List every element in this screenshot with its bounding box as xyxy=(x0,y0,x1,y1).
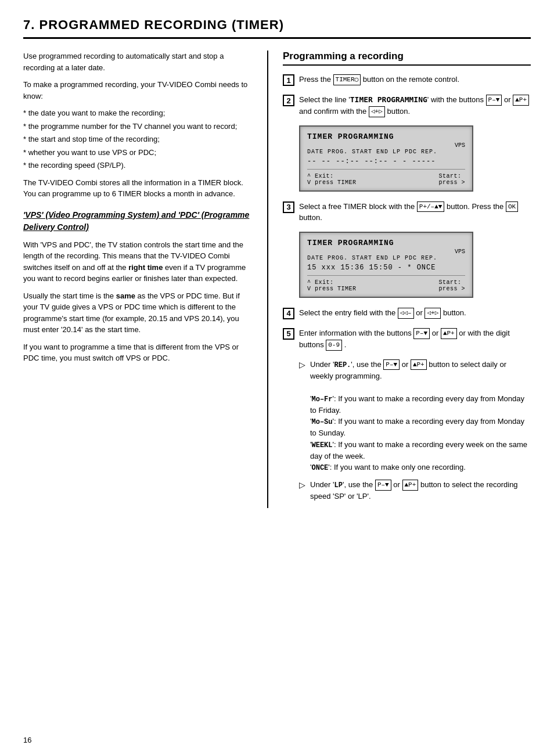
page-title: 7. PROGRAMMED RECORDING (TIMER) xyxy=(23,17,531,39)
note-lp-text: Under 'LP', use the P–▼ or ▲P+ button to… xyxy=(310,479,531,502)
step-3: 3 Select a free TIMER block with the P+/… xyxy=(283,201,531,224)
step-4: 4 Select the entry field with the ◁◁– or… xyxy=(283,307,531,319)
bullet-2: * the programme number for the TV channe… xyxy=(23,121,250,132)
ap-up-btn-lp: ▲P+ xyxy=(402,480,419,491)
screen-divider-1 xyxy=(307,169,465,170)
note-lp: ▷ Under 'LP', use the P–▼ or ▲P+ button … xyxy=(299,479,531,502)
section-title: Programming a recording xyxy=(283,51,531,66)
intro-paragraph-1: Use programmed recording to automaticall… xyxy=(23,51,250,73)
confirm-button: ◁+▷ xyxy=(369,106,385,117)
screen-header-2: DATE PROG. START END LP PDC REP. xyxy=(307,255,465,261)
step-5-text: Enter information with the buttons P–▼ o… xyxy=(299,327,531,351)
p-down-btn-note: P–▼ xyxy=(383,359,400,370)
page-number: 16 xyxy=(23,736,31,744)
bullet-3: * the start and stop time of the recordi… xyxy=(23,134,250,145)
screen-footer-right-1: Start: press > xyxy=(438,173,465,186)
screen-footer-1: ^ Exit: V press TIMER Start: press > xyxy=(307,173,465,186)
back-button: ◁◁– xyxy=(398,308,414,319)
bullet-1: * the date you want to make the recordin… xyxy=(23,107,250,119)
p-minus-button: P–▼ xyxy=(486,95,502,106)
step-2-number: 2 xyxy=(283,95,294,106)
timer-button: TIMER◯ xyxy=(333,74,361,85)
step-4-text: Select the entry field with the ◁◁– or ◁… xyxy=(299,307,531,319)
right-column: Programming a recording 1 Press the TIME… xyxy=(267,51,531,508)
screen-title-2: TIMER PROGRAMMING xyxy=(307,239,465,247)
step-4-number: 4 xyxy=(283,308,294,319)
forward-button: ◁+▷ xyxy=(425,308,441,319)
screen-divider-2 xyxy=(307,275,465,276)
p-nav-button: P+/–▲▼ xyxy=(417,201,445,213)
step-2: 2 Select the line 'TIMER PROGRAMMING' wi… xyxy=(283,94,531,117)
vps-paragraph-1: With 'VPS and PDC', the TV station contr… xyxy=(23,239,250,285)
note-rep: ▷ Under 'REP.', use the P–▼ or ▲P+ butto… xyxy=(299,359,531,474)
p-down-btn-lp: P–▼ xyxy=(375,480,391,491)
screen-vps-label-2: VPS xyxy=(307,249,465,255)
vps-paragraph-3: If you want to programme a time that is … xyxy=(23,341,250,364)
step-1-text: Press the TIMER◯ button on the remote co… xyxy=(299,74,531,85)
step-2-text: Select the line 'TIMER PROGRAMMING' with… xyxy=(299,94,531,117)
step-5: 5 Enter information with the buttons P–▼… xyxy=(283,327,531,351)
timer-info: The TV-VIDEO Combi stores all the inform… xyxy=(23,177,250,200)
step-1: 1 Press the TIMER◯ button on the remote … xyxy=(283,74,531,86)
screen-footer-left-2: ^ Exit: V press TIMER xyxy=(307,279,357,292)
subsection-title: 'VPS' (Video Programming System) and 'PD… xyxy=(23,209,250,233)
screen-vps-label-1: VPS xyxy=(307,142,465,149)
screen-timer-programming-1: TIMER PROGRAMMING VPS DATE PROG. START E… xyxy=(299,125,473,192)
note-arrow-icon-1: ▷ xyxy=(299,360,305,474)
screen-row-1: -- -- --:-- --:-- - - ----- xyxy=(307,157,465,165)
screen-title-1: TIMER PROGRAMMING xyxy=(307,132,465,141)
ap-up-btn-note: ▲P+ xyxy=(411,359,427,370)
screen-footer-right-2: Start: press > xyxy=(438,279,465,292)
left-column: Use programmed recording to automaticall… xyxy=(23,51,250,508)
ok-button: OK xyxy=(506,201,518,213)
digit-button: 0-9 xyxy=(326,340,342,351)
screen-row-2: 15 xxx 15:36 15:50 - * ONCE xyxy=(307,264,465,272)
step-3-text: Select a free TIMER block with the P+/–▲… xyxy=(299,201,531,224)
requirements-list: * the date you want to make the recordin… xyxy=(23,107,250,171)
intro-paragraph-2: To make a programmed recording, your TV-… xyxy=(23,79,250,102)
screen-header-1: DATE PROG. START END LP PDC REP. xyxy=(307,149,465,155)
note-rep-text: Under 'REP.', use the P–▼ or ▲P+ button … xyxy=(310,359,531,474)
p-down-button: P–▼ xyxy=(413,328,430,339)
ap-up-button: ▲P+ xyxy=(441,328,457,339)
screen-timer-programming-2: TIMER PROGRAMMING VPS DATE PROG. START E… xyxy=(299,232,473,298)
screen-footer-left-1: ^ Exit: V press TIMER xyxy=(307,173,357,186)
vps-paragraph-2: Usually the start time is the same as th… xyxy=(23,290,250,336)
ap-plus-button: ▲P+ xyxy=(513,95,529,106)
step-1-number: 1 xyxy=(283,74,294,86)
note-arrow-icon-2: ▷ xyxy=(299,480,305,502)
bullet-4: * whether you want to use VPS or PDC; xyxy=(23,147,250,159)
bullet-5: * the recording speed (SP/LP). xyxy=(23,160,250,171)
screen-footer-2: ^ Exit: V press TIMER Start: press > xyxy=(307,279,465,292)
step-3-number: 3 xyxy=(283,201,294,213)
step-5-number: 5 xyxy=(283,328,294,340)
